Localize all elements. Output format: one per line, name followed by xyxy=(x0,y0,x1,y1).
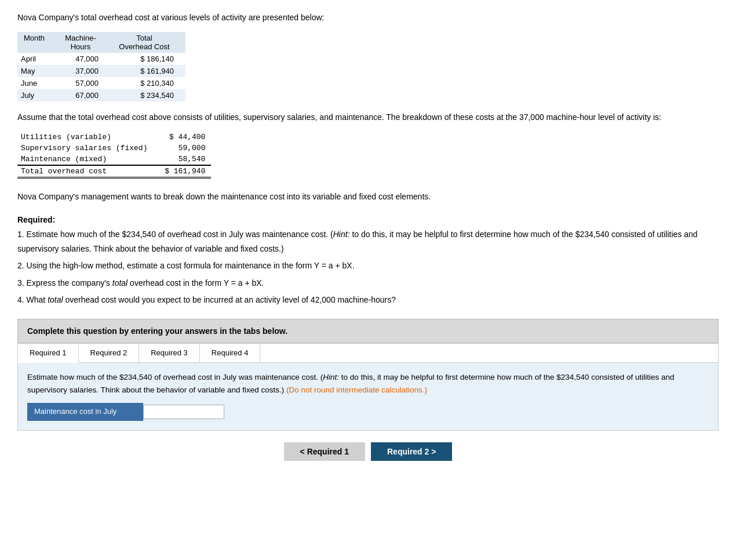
table-cell: 37,000 xyxy=(58,65,110,77)
required-item: 4. What total overhead cost would you ex… xyxy=(17,293,719,307)
cost-amount: 58,540 xyxy=(153,154,211,165)
hint-italic: Hint: xyxy=(323,373,339,381)
intro-text: Nova Company's total overhead cost at va… xyxy=(17,12,719,24)
table-cell: 57,000 xyxy=(58,77,110,89)
col-header-month: Month xyxy=(17,32,58,53)
table-cell: May xyxy=(17,65,58,77)
cost-breakdown-table: Utilities (variable)$ 44,400Supervisory … xyxy=(17,132,211,179)
maintenance-label: Maintenance cost in July xyxy=(27,403,143,421)
tab-content-main: Estimate how much of the $234,540 of ove… xyxy=(27,373,675,394)
tabs-header: Required 1Required 2Required 3Required 4 xyxy=(18,344,718,363)
maintenance-input[interactable] xyxy=(143,405,224,419)
total-amount: $ 161,940 xyxy=(153,165,211,178)
tab-content-area: Estimate how much of the $234,540 of ove… xyxy=(18,363,718,430)
tabs-container: Required 1Required 2Required 3Required 4… xyxy=(17,343,719,431)
cost-label: Supervisory salaries (fixed) xyxy=(17,143,153,154)
table-cell: $ 161,940 xyxy=(110,65,185,77)
cost-amount: 59,000 xyxy=(153,143,211,154)
total-label: Total overhead cost xyxy=(17,165,153,178)
tab-required-4[interactable]: Required 4 xyxy=(200,344,261,362)
col-header-hours: Machine-Hours xyxy=(58,32,110,53)
required-section: Required: 1. Estimate how much of the $2… xyxy=(17,213,719,307)
table-cell: 47,000 xyxy=(58,53,110,65)
nav-buttons: < Required 1 Required 2 > xyxy=(17,442,719,461)
required-item: 2. Using the high-low method, estimate a… xyxy=(17,259,719,273)
next-button[interactable]: Required 2 > xyxy=(371,442,452,461)
table-cell: June xyxy=(17,77,58,89)
required-item: 1. Estimate how much of the $234,540 of … xyxy=(17,227,719,256)
table-cell: April xyxy=(17,53,58,65)
table-cell: $ 186,140 xyxy=(110,53,185,65)
management-text: Nova Company's management wants to break… xyxy=(17,190,719,203)
prev-button[interactable]: < Required 1 xyxy=(284,442,365,461)
tab-required-3[interactable]: Required 3 xyxy=(139,344,200,362)
table-cell: July xyxy=(17,89,58,101)
main-table: Month Machine-Hours TotalOverhead Cost A… xyxy=(17,32,185,101)
required-item: 3. Express the company's total overhead … xyxy=(17,276,719,290)
table-cell: $ 210,340 xyxy=(110,77,185,89)
cost-amount: $ 44,400 xyxy=(153,132,211,143)
maintenance-row: Maintenance cost in July xyxy=(27,403,709,421)
cost-label: Maintenance (mixed) xyxy=(17,154,153,165)
table-cell: $ 234,540 xyxy=(110,89,185,101)
hint-orange: (Do not round intermediate calculations.… xyxy=(286,386,427,394)
tab-required-1[interactable]: Required 1 xyxy=(18,344,79,363)
complete-box: Complete this question by entering your … xyxy=(17,319,719,343)
tab-required-2[interactable]: Required 2 xyxy=(79,344,140,362)
assume-text: Assume that the total overhead cost abov… xyxy=(17,111,719,123)
col-header-cost: TotalOverhead Cost xyxy=(110,32,185,53)
table-cell: 67,000 xyxy=(58,89,110,101)
required-header: Required: xyxy=(17,215,55,224)
cost-label: Utilities (variable) xyxy=(17,132,153,143)
